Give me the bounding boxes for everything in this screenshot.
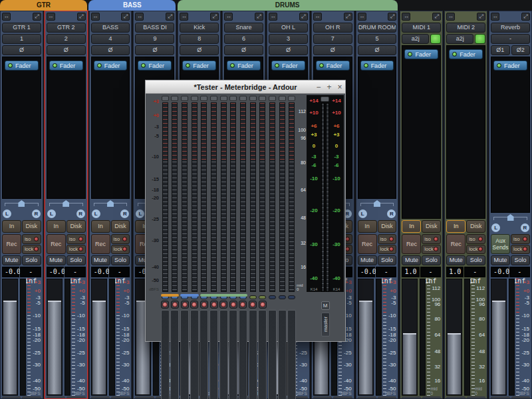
output-button[interactable]: Ø: [47, 45, 86, 55]
shrink-strip-icon[interactable]: ⤢: [77, 13, 86, 21]
mute-button[interactable]: Mute: [358, 255, 377, 265]
bridge-rec-arm-button[interactable]: [229, 301, 237, 309]
pan-left-button[interactable]: L: [92, 209, 100, 218]
bridge-meter-button[interactable]: [171, 96, 178, 101]
bridge-rec-arm-button[interactable]: [181, 301, 189, 309]
bridge-meter-button[interactable]: [269, 96, 276, 101]
processor-box[interactable]: Fader: [47, 57, 86, 199]
solo-iso-button[interactable]: iso: [111, 234, 130, 244]
output-button[interactable]: Ø: [269, 45, 308, 55]
bridge-level-meter[interactable]: [279, 102, 285, 292]
monitor-input-button[interactable]: In: [47, 220, 66, 233]
output-button[interactable]: Ø: [91, 45, 130, 55]
bridge-level-meter[interactable]: [182, 102, 188, 292]
bridge-input-button[interactable]: [249, 295, 257, 299]
record-arm-button[interactable]: Rec: [358, 234, 377, 254]
solo-iso-button[interactable]: iso: [22, 234, 41, 244]
solo-lock-button[interactable]: lock: [511, 245, 530, 255]
solo-iso-button[interactable]: iso: [466, 234, 485, 244]
aux-sends-button[interactable]: Aux Sends: [491, 234, 510, 254]
fader-processor-button[interactable]: Fader: [493, 61, 527, 70]
bridge-rec-arm-button[interactable]: [161, 301, 169, 309]
gain-display[interactable]: 1.0: [402, 267, 419, 277]
bridge-track-name-oh-r[interactable]: OH R: [229, 310, 237, 399]
bridge-meter-button[interactable]: [191, 96, 198, 101]
record-arm-button[interactable]: Rec: [2, 234, 21, 254]
solo-iso-button[interactable]: iso: [422, 234, 441, 244]
processor-box[interactable]: Fader: [2, 57, 41, 199]
gain-display[interactable]: -0.0: [358, 267, 375, 277]
input-button[interactable]: 3: [269, 34, 308, 44]
bridge-track-name-kick[interactable]: Kick: [200, 310, 208, 399]
bridge-track-name-midi-1[interactable]: MIDI 1: [249, 310, 257, 399]
bridge-track-name-master[interactable]: master: [321, 313, 330, 336]
solo-button[interactable]: Solo: [111, 255, 130, 265]
midi-channel-selector-button[interactable]: [475, 34, 485, 44]
record-arm-button[interactable]: Rec: [47, 234, 66, 254]
bridge-level-meter[interactable]: [259, 102, 265, 292]
bridge-meter-button[interactable]: [259, 96, 266, 101]
bridge-meter-button[interactable]: [200, 96, 207, 101]
shrink-strip-icon[interactable]: ⤢: [299, 13, 308, 21]
bridge-level-meter[interactable]: [230, 102, 236, 292]
bridge-track-name-snare[interactable]: Snare: [209, 310, 218, 399]
monitor-disk-button[interactable]: Disk: [66, 220, 86, 233]
solo-lock-button[interactable]: lock: [111, 245, 130, 255]
bridge-meter-button[interactable]: [229, 96, 237, 101]
record-arm-button[interactable]: Rec: [446, 234, 466, 254]
strip-name-button[interactable]: OH L: [269, 23, 308, 33]
footer-button[interactable]: [333, 396, 352, 398]
shrink-strip-icon[interactable]: ⤢: [477, 13, 485, 21]
gain-display[interactable]: -0.0: [91, 267, 108, 277]
mute-button[interactable]: Mute: [402, 255, 421, 265]
maximize-button[interactable]: +: [324, 82, 334, 92]
strip-name-button[interactable]: Reverb: [491, 23, 530, 33]
narrow-strip-icon[interactable]: ↔: [2, 13, 11, 21]
pan-left-button[interactable]: L: [3, 209, 11, 218]
bridge-track-name-bus-2[interactable]: Bus 2: [278, 310, 287, 399]
pan-right-button[interactable]: R: [76, 209, 85, 218]
bridge-rec-arm-button[interactable]: [210, 301, 218, 309]
fader-handle[interactable]: [492, 301, 505, 394]
bridge-input-button[interactable]: [288, 295, 295, 299]
master-meter-button[interactable]: [321, 96, 329, 102]
footer-button[interactable]: [135, 396, 154, 398]
monitor-input-button[interactable]: In: [2, 220, 21, 233]
footer-button[interactable]: [66, 396, 85, 398]
bridge-track-name-bus-3[interactable]: Bus 3: [287, 310, 296, 399]
peak-display[interactable]: -inf: [109, 267, 130, 277]
pan-thumb[interactable]: [507, 214, 514, 221]
bridge-level-meter[interactable]: [162, 102, 168, 292]
peak-display[interactable]: -inf: [509, 267, 530, 277]
monitor-input-button[interactable]: In: [358, 220, 377, 233]
pan-thumb[interactable]: [374, 200, 380, 207]
pan-thumb[interactable]: [63, 200, 69, 207]
footer-button[interactable]: [402, 396, 420, 398]
processor-box[interactable]: Fader: [358, 57, 397, 199]
mute-button[interactable]: Mute: [91, 255, 110, 265]
bridge-meter-button[interactable]: [220, 96, 227, 101]
fader-processor-button[interactable]: Fader: [49, 61, 83, 70]
bridge-track-name-midi-2[interactable]: MIDI 2: [258, 310, 267, 399]
shrink-strip-icon[interactable]: ⤢: [166, 13, 174, 21]
shrink-strip-icon[interactable]: ⤢: [33, 13, 41, 21]
strip-name-button[interactable]: GTR 1: [2, 23, 41, 33]
footer-button[interactable]: [111, 396, 130, 398]
pan-right-button[interactable]: R: [387, 209, 396, 218]
solo-lock-button[interactable]: lock: [378, 245, 397, 255]
pan-left-button[interactable]: L: [491, 223, 500, 232]
bridge-level-meter[interactable]: [240, 102, 246, 292]
monitor-disk-button[interactable]: Disk: [422, 220, 441, 233]
narrow-strip-icon[interactable]: ↔: [224, 13, 233, 21]
channel-fader[interactable]: [47, 279, 63, 396]
monitor-input-button[interactable]: In: [402, 220, 421, 233]
bridge-rec-arm-button[interactable]: [190, 301, 198, 309]
solo-lock-button[interactable]: lock: [22, 245, 41, 255]
fader-processor-button[interactable]: Fader: [360, 61, 394, 70]
shrink-strip-icon[interactable]: ⤢: [432, 13, 441, 21]
group-tab-bass[interactable]: BASS: [88, 0, 176, 11]
input-button[interactable]: a2j: [402, 34, 429, 44]
strip-name-button[interactable]: OH R: [313, 23, 352, 33]
bridge-level-meter[interactable]: [221, 102, 227, 292]
bridge-track-name-oh-l[interactable]: OH L: [219, 310, 228, 399]
